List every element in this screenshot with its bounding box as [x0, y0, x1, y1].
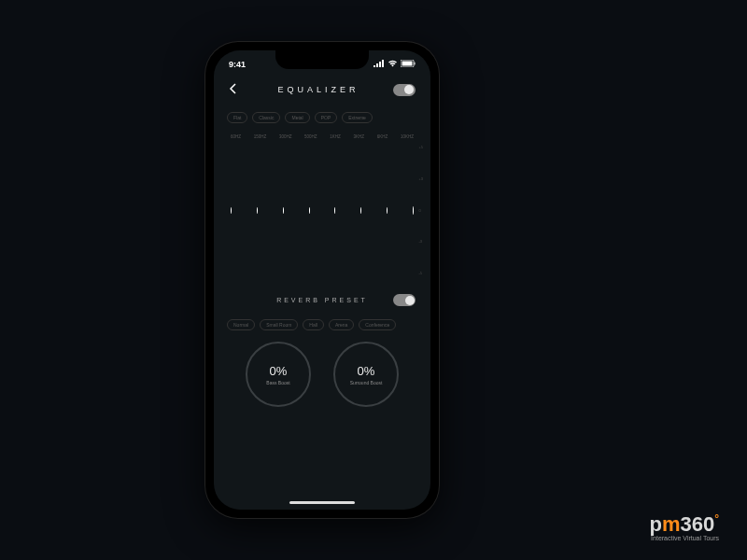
svg-rect-2 — [379, 62, 381, 67]
surround-label: Surround Boost — [350, 380, 383, 385]
reverb-title: REVERB PRESET — [251, 297, 393, 303]
notch — [275, 50, 369, 69]
reverb-preset-row: Normal Small Room Hall Arena Conference — [214, 319, 430, 330]
eq-preset-pill[interactable]: Classic — [252, 112, 280, 123]
status-time: 9:41 — [229, 60, 246, 69]
freq-label: 10KHZ — [401, 134, 414, 139]
eq-band — [257, 145, 258, 275]
surround-value: 0% — [358, 364, 375, 378]
eq-slider-handle[interactable] — [360, 207, 361, 214]
battery-icon — [401, 60, 416, 69]
freq-label: 150HZ — [254, 134, 267, 139]
eq-preset-pill[interactable]: Metal — [285, 112, 309, 123]
freq-label: 60HZ — [231, 134, 241, 139]
eq-slider-handle[interactable] — [387, 207, 388, 214]
eq-slider-handle[interactable] — [309, 207, 310, 214]
page-title: EQUALIZER — [277, 85, 359, 94]
equalizer-grid: +5 +3 0 -3 -5 — [231, 145, 414, 275]
reverb-preset-pill[interactable]: Arena — [329, 319, 354, 330]
signal-icon — [374, 60, 385, 69]
back-button[interactable] — [229, 82, 244, 97]
freq-label: 300HZ — [279, 134, 292, 139]
bass-label: Bass Boost — [266, 380, 289, 385]
brand-logo: pm360° — [649, 512, 719, 537]
eq-band — [231, 145, 232, 275]
eq-slider-handle[interactable] — [231, 207, 232, 214]
phone-screen: 9:41 EQUALIZER Flat Classic — [214, 50, 430, 510]
surround-boost-knob[interactable]: 0% Surround Boost — [333, 342, 399, 407]
app-header: EQUALIZER — [214, 75, 430, 106]
equalizer-toggle[interactable] — [393, 84, 416, 96]
bass-value: 0% — [270, 364, 288, 378]
svg-rect-3 — [382, 60, 384, 67]
svg-rect-5 — [402, 62, 413, 66]
db-scale: +5 +3 0 -3 -5 — [418, 145, 423, 275]
reverb-preset-pill[interactable]: Normal — [227, 319, 255, 330]
frequency-labels: 60HZ 150HZ 300HZ 500HZ 1KHZ 3KHZ 6KHZ 10… — [214, 129, 430, 141]
phone-frame: 9:41 EQUALIZER Flat Classic — [205, 42, 439, 518]
eq-band — [387, 145, 388, 275]
status-icons — [374, 60, 416, 69]
freq-label: 6KHZ — [377, 134, 388, 139]
eq-preset-pill[interactable]: POP — [315, 112, 338, 123]
reverb-preset-pill[interactable]: Small Room — [260, 319, 298, 330]
eq-slider-handle[interactable] — [283, 207, 284, 214]
reverb-preset-pill[interactable]: Hall — [303, 319, 324, 330]
brand-tagline: Interactive Virtual Tours — [649, 535, 719, 541]
eq-band — [413, 145, 414, 275]
brand-watermark: pm360° Interactive Virtual Tours — [649, 512, 719, 541]
reverb-preset-pill[interactable]: Conference — [359, 319, 396, 330]
eq-band — [309, 145, 310, 275]
svg-rect-1 — [376, 63, 378, 67]
boost-knobs: 0% Bass Boost 0% Surround Boost — [214, 342, 430, 407]
eq-preset-pill[interactable]: Flat — [227, 112, 247, 123]
freq-label: 3KHZ — [354, 134, 365, 139]
eq-band — [283, 145, 284, 275]
svg-rect-6 — [415, 63, 416, 65]
bass-boost-knob[interactable]: 0% Bass Boost — [246, 342, 311, 407]
svg-rect-0 — [374, 65, 375, 67]
wifi-icon — [388, 60, 398, 69]
reverb-header: REVERB PRESET — [214, 283, 430, 314]
eq-slider-handle[interactable] — [413, 206, 414, 215]
eq-slider-handle[interactable] — [334, 207, 335, 214]
reverb-toggle[interactable] — [393, 294, 416, 306]
home-indicator[interactable] — [289, 501, 355, 504]
eq-slider-handle[interactable] — [257, 207, 258, 214]
freq-label: 1KHZ — [330, 134, 341, 139]
eq-band — [334, 145, 335, 275]
eq-band — [360, 145, 361, 275]
eq-preset-pill[interactable]: Extreme — [342, 112, 373, 123]
eq-preset-row: Flat Classic Metal POP Extreme — [214, 112, 430, 123]
freq-label: 500HZ — [304, 134, 317, 139]
